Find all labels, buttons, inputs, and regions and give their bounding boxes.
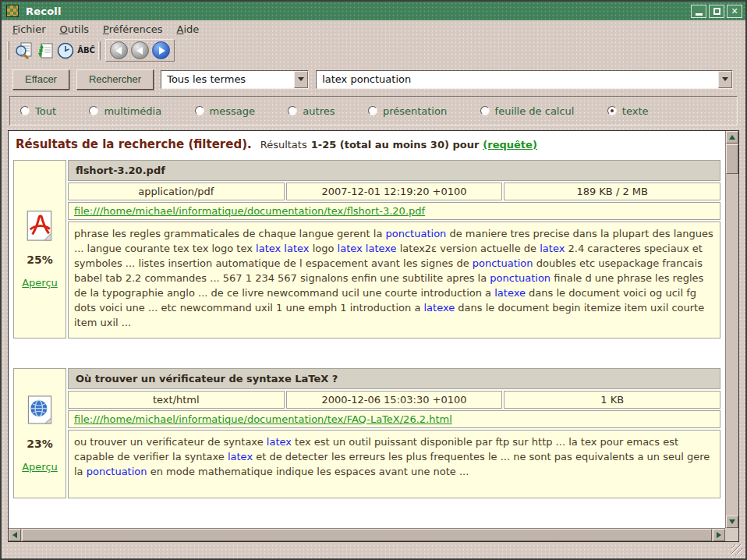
filter-label: Tout (35, 105, 56, 117)
combobox-dropdown-button[interactable] (294, 71, 308, 88)
window-titlebar[interactable]: Recoll ✕ (2, 2, 745, 20)
filter-label: message (210, 105, 255, 117)
result-snippet: ou trouver un verificateur de syntaxe la… (68, 430, 720, 498)
menu-label: ide (183, 23, 199, 35)
maximize-button[interactable] (709, 5, 724, 18)
menu-item-preferences[interactable]: Préférences (96, 21, 169, 37)
arrow-left-icon (115, 47, 122, 55)
filter-radio-message[interactable]: message (195, 105, 255, 117)
document-history-button[interactable] (55, 40, 76, 61)
chevron-down-icon (722, 77, 728, 81)
scroll-left-button[interactable] (9, 529, 21, 541)
menu-label: utils (68, 23, 89, 35)
radio-icon (20, 106, 30, 115)
maximize-icon (713, 8, 720, 15)
result-mime: text/html (68, 391, 285, 409)
next-page-button[interactable] (152, 41, 170, 59)
combobox-dropdown-button[interactable] (718, 71, 732, 88)
results-pane: Résultats de la recherche (filtered). Ré… (8, 130, 739, 542)
recoll-app-icon (6, 5, 19, 17)
resize-grip-icon[interactable] (731, 544, 742, 555)
radio-icon (195, 106, 204, 115)
results-label: Résultats (260, 139, 307, 151)
horizontal-scroll-thumb[interactable] (22, 529, 712, 541)
result-title: flshort-3.20.pdf (68, 160, 720, 181)
menu-item-fichier[interactable]: Fichier (5, 21, 53, 37)
close-icon: ✕ (731, 7, 738, 16)
chevron-down-icon (298, 77, 304, 81)
search-mode-value: Tous les termes (161, 71, 294, 88)
vertical-scroll-track[interactable] (726, 174, 738, 516)
menu-accel: O (60, 23, 68, 35)
filter-label: présentation (383, 105, 447, 117)
filter-label: texte (622, 105, 649, 117)
filter-radio-autres[interactable]: autres (288, 105, 335, 117)
clock-icon (56, 41, 75, 60)
toolbar-grip[interactable] (98, 41, 101, 60)
filter-radio-presentation[interactable]: présentation (368, 105, 447, 117)
first-page-button[interactable] (110, 41, 128, 59)
radio-icon (368, 106, 377, 115)
radio-icon (480, 106, 490, 115)
close-button[interactable]: ✕ (727, 5, 742, 18)
filter-label: multimédia (104, 105, 161, 117)
result-date: 2000-12-06 15:03:30 +0100 (286, 391, 503, 409)
sort-parameters-button[interactable] (34, 40, 55, 61)
horizontal-scrollbar[interactable] (9, 528, 725, 541)
menu-item-outils[interactable]: Outils (53, 21, 97, 37)
search-controls: Effacer Rechercher Tous les termes (12, 69, 733, 90)
scroll-right-button[interactable] (713, 529, 725, 541)
document-sort-icon (35, 41, 54, 60)
arrow-right-icon (717, 532, 721, 538)
toolbar-grip[interactable] (7, 41, 9, 60)
radio-icon (89, 106, 98, 115)
menu-label: références (109, 23, 163, 35)
filter-radio-texte[interactable]: texte (607, 105, 649, 117)
query-details-link[interactable]: (requête) (483, 139, 537, 151)
term-explorer-button[interactable]: ÂBĈ (76, 40, 97, 61)
toolbar: ÂBĈ (2, 38, 745, 62)
advanced-search-button[interactable] (12, 40, 34, 61)
search-button[interactable]: Rechercher (76, 69, 154, 90)
result-url-link[interactable]: file:///home/michael/informatique/docume… (74, 205, 425, 217)
scroll-down-button[interactable] (726, 516, 738, 528)
menu-item-aide[interactable]: Aide (170, 21, 207, 37)
result-meta-row: application/pdf 2007-12-01 12:19:20 +010… (68, 183, 720, 200)
result-snippet: phrase les regles grammaticales de chaqu… (68, 222, 720, 338)
search-mode-combobox[interactable]: Tous les termes (161, 70, 309, 89)
radio-icon (288, 106, 297, 115)
preview-link[interactable]: Aperçu (22, 277, 58, 289)
result-mime: application/pdf (68, 183, 285, 200)
search-input[interactable] (317, 71, 718, 88)
result-size: 189 KB / 2 MB (504, 183, 720, 200)
result-url-row: file:///home/michael/informatique/docume… (68, 410, 720, 428)
document-search-icon (14, 41, 33, 60)
preview-link[interactable]: Aperçu (22, 461, 58, 473)
minimize-button[interactable] (691, 5, 706, 18)
filter-radio-feuille-de-calcul[interactable]: feuille de calcul (480, 105, 575, 117)
scroll-up-button[interactable] (726, 131, 738, 144)
results-range: 1-25 (total au moins 30) pour (311, 139, 480, 151)
filter-radio-multimedia[interactable]: multimédia (89, 105, 161, 117)
results-list: Résultats de la recherche (filtered). Ré… (9, 131, 725, 528)
result-navigation-group (105, 39, 175, 62)
relevance-percent: 25% (27, 253, 53, 266)
previous-page-button[interactable] (131, 41, 149, 59)
arrow-up-icon (729, 135, 735, 140)
query-combobox[interactable] (316, 70, 733, 89)
results-header: Résultats de la recherche (filtered). Ré… (13, 135, 722, 160)
result-side-panel: 23% Aperçu (13, 368, 66, 498)
abc-spell-icon: ÂBĈ (77, 46, 95, 55)
status-bar (2, 542, 745, 558)
vertical-scrollbar[interactable] (725, 131, 738, 528)
result-title: Où trouver un vérificateur de syntaxe La… (68, 368, 720, 389)
clear-button[interactable]: Effacer (12, 69, 69, 90)
result-url-link[interactable]: file:///home/michael/informatique/docume… (74, 413, 452, 425)
vertical-scroll-thumb[interactable] (726, 144, 738, 174)
filter-label: autres (303, 105, 335, 117)
filter-radio-tout[interactable]: Tout (20, 105, 56, 117)
result-side-panel: 25% Aperçu (13, 160, 66, 338)
result-date: 2007-12-01 12:19:20 +0100 (286, 183, 503, 200)
html-file-icon (25, 394, 55, 427)
result-size: 1 KB (504, 391, 720, 409)
